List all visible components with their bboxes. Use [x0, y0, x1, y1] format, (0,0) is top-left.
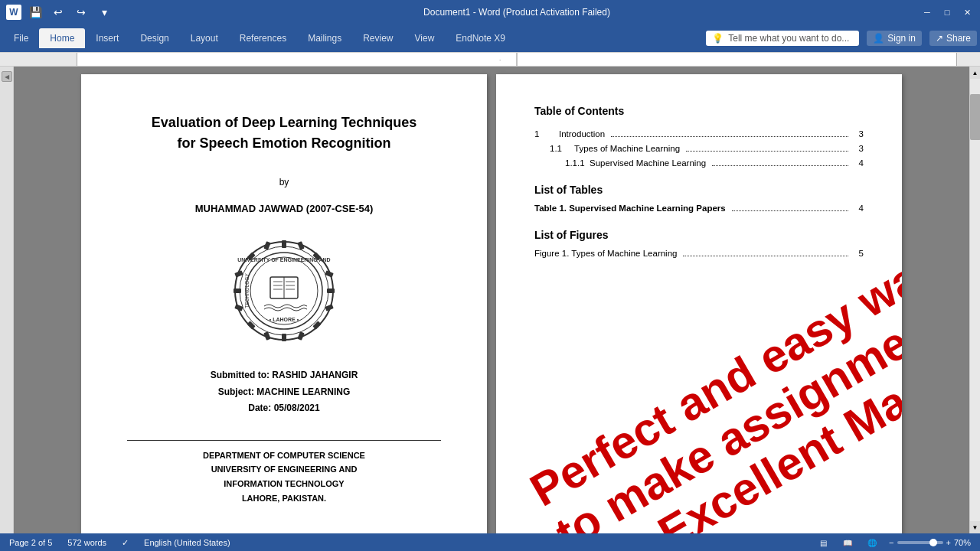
- title-page: Evaluation of Deep Learning Techniques f…: [81, 74, 487, 533]
- date-label: Date:: [248, 403, 271, 413]
- main-area: ◀ Evaluation of Deep Learning Techniques…: [0, 67, 980, 533]
- dept-info: DEPARTMENT OF COMPUTER SCIENCE UNIVERSIT…: [203, 448, 365, 506]
- zoom-level: 70%: [954, 538, 971, 547]
- subject-value: MACHINE LEARNING: [256, 386, 350, 397]
- svg-rect-11: [247, 321, 255, 329]
- tab-insert[interactable]: Insert: [85, 28, 129, 48]
- more-quick-btn[interactable]: ▾: [95, 3, 113, 21]
- status-right: ▤ 📖 🌐 − + 70%: [815, 536, 971, 549]
- zoom-thumb: [929, 539, 937, 546]
- left-margin-bar: ◀: [0, 67, 14, 533]
- lof-page-1: 5: [854, 249, 864, 258]
- toc-item-1: 1 Introduction 3: [534, 129, 864, 139]
- undo-btn[interactable]: ↩: [49, 3, 67, 21]
- zoom-bar: − + 70%: [889, 538, 971, 547]
- tab-home[interactable]: Home: [39, 28, 85, 48]
- person-icon: 👤: [873, 33, 884, 44]
- scroll-down-btn[interactable]: ▼: [970, 521, 981, 533]
- ruler: ·: [0, 53, 980, 67]
- tab-layout[interactable]: Layout: [180, 28, 229, 48]
- toc-heading: Table of Contents: [534, 105, 864, 117]
- scroll-up-btn[interactable]: ▲: [970, 67, 981, 79]
- toc-item-1-1-1: 1.1.1 Supervised Machine Learning 4: [534, 158, 864, 168]
- svg-text:·: ·: [499, 57, 501, 64]
- minimize-btn[interactable]: ─: [920, 5, 934, 19]
- scroll-track[interactable]: [970, 79, 981, 521]
- date-value: 05/08/2021: [274, 403, 320, 413]
- lof-label-1: Figure 1. Types of Machine Learning: [534, 249, 677, 258]
- submission-info: Submitted to: RASHID JAHANGIR Subject: M…: [211, 367, 358, 417]
- watermark: Perfect and easy way to make assignment …: [522, 281, 902, 533]
- word-icon: W: [6, 5, 21, 20]
- margin-indicator-1: ◀: [2, 71, 12, 82]
- svg-rect-7: [327, 289, 335, 293]
- svg-text:UNIVERSITY OF ENGINEERING AND: UNIVERSITY OF ENGINEERING AND: [237, 257, 330, 262]
- window-title: Document1 - Word (Product Activation Fai…: [113, 7, 920, 18]
- share-icon: ↗: [936, 33, 943, 44]
- author-name: MUHAMMAD JAWWAD (2007-CSE-54): [195, 203, 374, 214]
- svg-rect-4: [282, 240, 286, 248]
- lot-dots-1: [732, 210, 848, 211]
- lof-heading: List of Figures: [534, 229, 864, 241]
- title-bar: W 💾 ↩ ↪ ▾ Document1 - Word (Product Acti…: [0, 0, 980, 24]
- toc-num-1-1-1: 1.1.1: [565, 158, 586, 168]
- lot-label-1: Table 1. Supervised Machine Learning Pap…: [534, 204, 726, 213]
- lot-item-1: Table 1. Supervised Machine Learning Pap…: [534, 204, 864, 214]
- redo-btn[interactable]: ↪: [72, 3, 90, 21]
- svg-text:• LAHORE •: • LAHORE •: [270, 317, 299, 322]
- lot-page-1: 4: [854, 204, 864, 213]
- toc-label-1-1-1: Supervised Machine Learning: [590, 158, 706, 168]
- tab-references[interactable]: References: [229, 28, 297, 48]
- toc-dots-1: [611, 136, 848, 137]
- toc-item-1-1: 1.1 Types of Machine Learning 3: [534, 144, 864, 154]
- sign-in-button[interactable]: 👤 Sign in: [867, 31, 922, 46]
- web-view-btn[interactable]: 🌐: [864, 536, 880, 549]
- zoom-in-btn[interactable]: +: [946, 538, 951, 547]
- language-indicator: English (United States): [144, 538, 230, 547]
- print-view-btn[interactable]: ▤: [815, 536, 831, 549]
- lof-dots-1: [683, 256, 848, 256]
- tab-mailings[interactable]: Mailings: [297, 28, 352, 48]
- toc-dots-1-1: [686, 151, 848, 152]
- scrollbar: ▲ ▼: [969, 67, 980, 533]
- tab-review[interactable]: Review: [352, 28, 403, 48]
- tab-view[interactable]: View: [404, 28, 446, 48]
- submitted-to-label: Submitted to:: [211, 370, 270, 380]
- read-view-btn[interactable]: 📖: [840, 536, 855, 549]
- zoom-slider[interactable]: [897, 541, 943, 544]
- subject-label: Subject:: [218, 386, 254, 397]
- tab-design[interactable]: Design: [129, 28, 179, 48]
- university-seal: UNIVERSITY OF ENGINEERING AND • LAHORE •…: [230, 237, 338, 344]
- divider: [127, 440, 441, 441]
- toc-num-1-1: 1.1: [550, 144, 571, 153]
- window-controls: ─ □ ✕: [920, 5, 974, 19]
- ribbon-tabs: File Home Insert Design Layout Reference…: [0, 24, 980, 52]
- svg-text:TECHNOLOGY: TECHNOLOGY: [244, 273, 250, 308]
- svg-rect-9: [312, 321, 321, 329]
- close-btn[interactable]: ✕: [960, 5, 974, 19]
- scroll-thumb[interactable]: [970, 94, 981, 140]
- page-indicator: Page 2 of 5: [9, 538, 52, 547]
- save-quick-btn[interactable]: 💾: [26, 3, 44, 21]
- tell-what-text: Tell me what you want to do...: [728, 33, 849, 44]
- pages-container: Evaluation of Deep Learning Techniques f…: [14, 67, 969, 533]
- lot-heading: List of Tables: [534, 184, 864, 196]
- lof-item-1: Figure 1. Types of Machine Learning 5: [534, 249, 864, 259]
- toc-label-1-1: Types of Machine Learning: [574, 144, 680, 153]
- status-bar: Page 2 of 5 572 words ✓ English (United …: [0, 533, 980, 551]
- tab-file[interactable]: File: [3, 28, 39, 48]
- tab-endnote[interactable]: EndNote X9: [445, 28, 516, 48]
- toc-page-1-1: 3: [854, 144, 864, 153]
- svg-rect-5: [282, 334, 286, 341]
- zoom-out-btn[interactable]: −: [889, 538, 893, 547]
- maximize-btn[interactable]: □: [940, 5, 954, 19]
- toc-page-1-1-1: 4: [854, 158, 864, 168]
- toc-dots-1-1-1: [712, 165, 848, 166]
- by-label: by: [279, 177, 289, 187]
- word-count: 572 words: [67, 538, 106, 547]
- share-button[interactable]: ↗ Share: [929, 31, 977, 46]
- toc-page: Table of Contents 1 Introduction 3 1.1 T…: [496, 74, 902, 533]
- toc-label-1: Introduction: [559, 129, 605, 139]
- ribbon: File Home Insert Design Layout Reference…: [0, 24, 980, 53]
- tell-what-input[interactable]: 💡 Tell me what you want to do...: [706, 31, 859, 46]
